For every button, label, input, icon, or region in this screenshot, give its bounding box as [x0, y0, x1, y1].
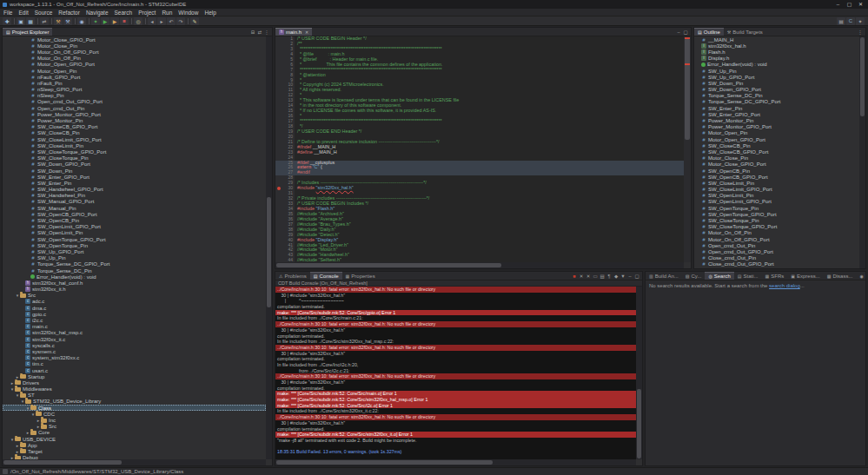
outline-item[interactable]: #Torque_Sense_DC_GPIO_Port: [694, 99, 859, 105]
tree-item[interactable]: ▸App: [3, 442, 266, 448]
stop-icon[interactable]: ■: [120, 17, 129, 25]
outline-item[interactable]: #SW_OpenTorque_GPIO_Port: [694, 211, 859, 217]
tree-item[interactable]: #SW_Down_Pin: [3, 168, 266, 174]
tree-item[interactable]: #SW_Enter_Pin: [3, 180, 266, 186]
tree-item[interactable]: ▾USB_DEVICE: [3, 436, 266, 442]
tree-item[interactable]: ci2c.c: [3, 317, 266, 323]
maximize-view-icon[interactable]: ▢: [633, 274, 640, 279]
scroll-lock-icon[interactable]: ▤: [599, 274, 606, 279]
outline-item[interactable]: #SW_Down_GPIO_Port: [694, 87, 859, 93]
outline-item[interactable]: #Power_Monitor_GPIO_Port: [694, 124, 859, 130]
outline-item[interactable]: #SW_OpenCB_GPIO_Port: [694, 174, 859, 180]
tree-item[interactable]: ▾Src: [3, 293, 266, 299]
explorer-horizontal-scrollbar[interactable]: [3, 459, 266, 465]
tree-item[interactable]: csysmem.c: [3, 348, 266, 354]
tree-item[interactable]: #SW_CloseTorque_Pin: [3, 155, 266, 162]
outline-item[interactable]: iFlash.h: [694, 49, 859, 55]
menu-item-file[interactable]: File: [3, 10, 12, 16]
explorer-vertical-scrollbar[interactable]: [266, 36, 272, 459]
outline-item[interactable]: #SW_OpenLimit_GPIO_Port: [694, 199, 859, 205]
tree-item[interactable]: #SW_Manual_Pin: [3, 205, 266, 211]
outline-item[interactable]: #SW_Enter_Pin: [694, 105, 859, 111]
collapse-all-icon[interactable]: ⊟: [249, 30, 256, 35]
save-all-icon[interactable]: ▦: [26, 17, 35, 25]
tree-item[interactable]: hstm32f0xx_it.h: [3, 287, 266, 293]
terminate-icon[interactable]: ■: [571, 274, 578, 279]
code-editor[interactable]: 1/* USER CODE BEGIN Header */2/**3 *****…: [275, 36, 684, 262]
tree-item[interactable]: #SW_OpenCB_Pin: [3, 217, 266, 223]
maximize-editor-icon[interactable]: ▢: [682, 30, 689, 35]
console-vertical-scrollbar[interactable]: [636, 287, 642, 459]
outline-item[interactable]: #SW_CloseTorque_Pin: [694, 217, 859, 223]
tree-item[interactable]: ctim.c: [3, 361, 266, 367]
mark-occurrences-icon[interactable]: ✎: [190, 17, 199, 25]
menu-item-window[interactable]: Window: [178, 10, 198, 16]
menu-item-navigate[interactable]: Navigate: [86, 10, 109, 16]
tree-item[interactable]: #Motor_On_Off_GPIO_Port: [3, 49, 266, 55]
search-dialog-link[interactable]: search dialog: [769, 283, 800, 288]
tree-item[interactable]: ▾STM32_USB_Device_Library: [3, 399, 266, 405]
tab-build-an-[interactable]: ▥Build An...: [646, 272, 682, 280]
outline-item[interactable]: #SW_CloseCB_Pin: [694, 142, 859, 148]
error-overview-mark[interactable]: [685, 37, 690, 39]
tree-item[interactable]: #SW_Manual_GPIO_Port: [3, 199, 266, 205]
outline-item[interactable]: #Power_Monitor_Pin: [694, 117, 859, 123]
outline-item[interactable]: istm32f0xx_hal.h: [694, 43, 859, 49]
tree-item[interactable]: #SW_Enter_GPIO_Port: [3, 174, 266, 180]
tree-item[interactable]: #SW_OpenTorque_GPIO_Port: [3, 236, 266, 242]
outline-item[interactable]: #Motor_On_Off_Pin: [694, 230, 859, 236]
outline-item[interactable]: #Open_cmd_Out_GPIO_Port: [694, 248, 859, 254]
scrollbar-thumb[interactable]: [685, 38, 690, 140]
outline-item[interactable]: #Close_cmd_Out_GPIO_Port: [694, 261, 859, 267]
outline-item[interactable]: #SW_OpenTorque_Pin: [694, 205, 859, 211]
outline-item[interactable]: #Motor_Close_GPIO_Port: [694, 162, 859, 168]
open-perspective-icon[interactable]: ▤: [837, 17, 845, 25]
forward-history-icon[interactable]: ↷: [176, 17, 185, 25]
minimize-view-icon[interactable]: –: [626, 274, 633, 279]
remove-all-launches-icon[interactable]: ✕: [585, 274, 592, 279]
outline-vertical-scrollbar[interactable]: [859, 36, 865, 268]
debug-icon[interactable]: ✦: [91, 17, 100, 25]
tree-item[interactable]: cgpio.c: [3, 311, 266, 317]
close-window-icon[interactable]: ✕: [855, 0, 866, 9]
tree-item[interactable]: ▾ST: [3, 393, 266, 399]
menu-item-edit[interactable]: Edit: [18, 10, 28, 16]
word-wrap-icon[interactable]: ¶: [606, 274, 613, 279]
tree-item[interactable]: #SW_OpenTorque_Pin: [3, 242, 266, 248]
build-icon[interactable]: ⚒: [54, 17, 63, 25]
tab-properties[interactable]: ▦Properties: [342, 272, 379, 280]
tree-item[interactable]: cdma.c: [3, 305, 266, 311]
tree-item[interactable]: #Power_Monitor_Pin: [3, 117, 266, 123]
link-with-editor-icon[interactable]: ⇄: [40, 17, 49, 25]
outline-item[interactable]: #SW_CloseTorque_GPIO_Port: [694, 224, 859, 230]
menu-item-run[interactable]: Run: [162, 10, 172, 16]
scrollbar-thumb[interactable]: [860, 37, 865, 116]
tree-item[interactable]: Error_Handler(void) : void: [3, 274, 266, 280]
tree-item[interactable]: #Open_cmd_Out_GPIO_Port: [3, 99, 266, 105]
outline-item[interactable]: #Torque_Sense_DC_Pin: [694, 93, 859, 99]
build-all-icon[interactable]: ⚒: [63, 17, 72, 25]
editor-overview-ruler[interactable]: [684, 36, 691, 262]
clear-console-icon[interactable]: ▭: [592, 274, 599, 279]
new-c-project-icon[interactable]: ◉: [77, 17, 86, 25]
tree-item[interactable]: #SW_CloseLimit_Pin: [3, 142, 266, 148]
tab-breakpo-[interactable]: ◉Breakpo...: [856, 272, 865, 280]
tree-item[interactable]: #Motor_Open_GPIO_Port: [3, 62, 266, 68]
outline-item[interactable]: #Motor_Open_GPIO_Port: [694, 136, 859, 142]
tree-item[interactable]: ▾Middlewares: [3, 386, 266, 393]
outline-item[interactable]: Error_Handler(void) : void: [694, 62, 859, 68]
outline-item[interactable]: #Close_cmd_Out_Pin: [694, 255, 859, 261]
outline-item[interactable]: #SW_Down_Pin: [694, 80, 859, 86]
tree-item[interactable]: ▸Src: [3, 424, 266, 430]
run-icon[interactable]: ▶: [101, 17, 109, 25]
menu-item-help[interactable]: Help: [204, 10, 215, 16]
tab-sfrs[interactable]: ▦SFRs: [762, 272, 788, 280]
debug-perspective-icon[interactable]: ✦: [856, 17, 865, 25]
tree-item[interactable]: ▸Core: [3, 430, 266, 436]
outline-item[interactable]: #SW_OpenLimit_Pin: [694, 193, 859, 199]
view-menu-icon[interactable]: ⋮: [263, 30, 270, 35]
cpp-perspective-icon[interactable]: C: [846, 17, 855, 25]
scrollbar-thumb[interactable]: [637, 389, 641, 459]
menu-item-source[interactable]: Source: [35, 10, 53, 16]
menu-item-search[interactable]: Search: [115, 10, 133, 16]
